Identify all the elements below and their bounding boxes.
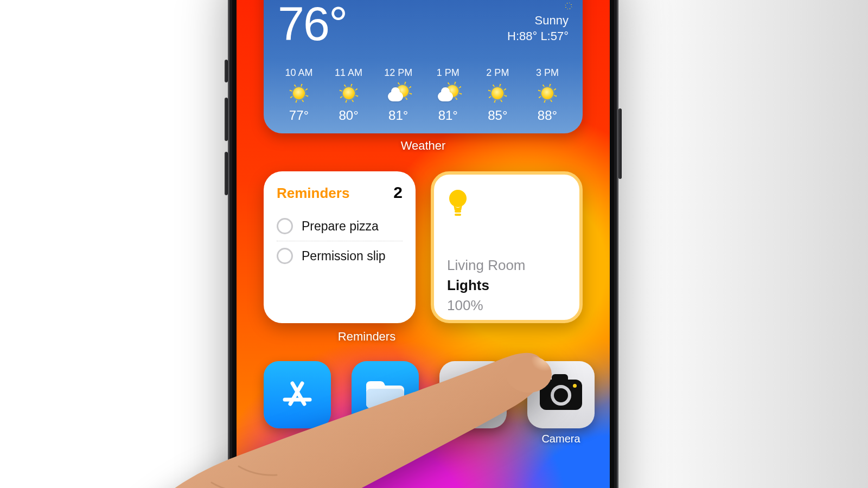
weather-hour-temp: 81° [438, 108, 458, 123]
reminders-widget-label: Reminders [264, 330, 470, 344]
sun-icon [492, 84, 503, 102]
weather-hour-temp: 80° [339, 108, 358, 123]
weather-widget-label: Weather [237, 139, 610, 153]
weather-hour: 12 PM 81° [377, 67, 419, 123]
weather-hour: 2 PM 85° [476, 67, 519, 123]
reminder-item[interactable]: Prepare pizza [277, 211, 403, 241]
reminder-text: Prepare pizza [302, 219, 379, 234]
reminders-widget[interactable]: Reminders 2 Prepare pizza Permission sli… [264, 171, 416, 323]
weather-hourly-row: 10 AM 77° 11 AM 80° 12 PM 81° [278, 60, 569, 123]
volume-up[interactable] [225, 98, 228, 141]
weather-condition-block: Sunny H:88° L:57° [507, 0, 569, 48]
sun-icon [293, 84, 305, 102]
home-room: Living Room [447, 257, 566, 274]
app-files[interactable] [352, 361, 419, 445]
bulb-icon [447, 189, 566, 220]
app-row: Camera [264, 361, 583, 445]
weather-hour-temp: 85° [488, 108, 507, 123]
reminders-title: Reminders [277, 185, 349, 202]
svg-rect-1 [455, 210, 461, 213]
partly-cloudy-icon [438, 84, 458, 102]
camera-icon [527, 361, 595, 428]
weather-hour-time: 12 PM [384, 67, 412, 79]
partly-cloudy-icon [388, 84, 409, 102]
weather-hour: 1 PM 81° [427, 67, 469, 123]
weather-condition: Sunny [535, 14, 569, 27]
home-screen[interactable]: Sonoma 76° Sunny H:88° L:57° 10 AM 77° 1… [237, 0, 610, 488]
svg-rect-7 [366, 389, 404, 408]
settings-icon [439, 361, 507, 428]
weather-hour: 3 PM 88° [526, 67, 569, 123]
sun-icon [343, 84, 355, 102]
reminders-count: 2 [393, 183, 403, 202]
weather-hour-temp: 77° [289, 108, 309, 123]
weather-current-temp: 76° [278, 0, 347, 48]
svg-point-10 [468, 390, 478, 400]
weather-hour-time: 10 AM [285, 67, 312, 79]
volume-down[interactable] [225, 152, 228, 195]
reminder-checkbox[interactable] [277, 218, 293, 234]
weather-hour-time: 1 PM [437, 67, 459, 79]
weather-hour-time: 11 AM [335, 67, 362, 79]
weather-hour: 10 AM 77° [278, 67, 320, 123]
appstore-icon [264, 361, 331, 428]
phone-frame: Sonoma 76° Sunny H:88° L:57° 10 AM 77° 1… [228, 0, 618, 488]
weather-hour-time: 3 PM [536, 67, 559, 79]
reminder-checkbox[interactable] [277, 248, 293, 264]
svg-rect-2 [455, 214, 461, 216]
app-camera[interactable]: Camera [527, 361, 595, 445]
weather-hour-temp: 81° [388, 108, 408, 123]
reminder-item[interactable]: Permission slip [277, 241, 403, 271]
home-widget[interactable]: Living Room Lights 100% [431, 171, 583, 323]
home-device: Lights [447, 277, 566, 294]
weather-widget[interactable]: Sonoma 76° Sunny H:88° L:57° 10 AM 77° 1… [264, 0, 583, 133]
app-appstore[interactable] [264, 361, 331, 445]
svg-point-0 [449, 190, 467, 207]
backdrop-shadow [608, 0, 868, 488]
sun-icon [541, 84, 553, 102]
power-button[interactable] [618, 108, 622, 179]
weather-hour-time: 2 PM [486, 67, 509, 79]
app-label: Camera [541, 433, 580, 445]
weather-high-low: H:88° L:57° [507, 29, 569, 43]
app-settings[interactable] [439, 361, 507, 445]
weather-hour-temp: 88° [538, 108, 557, 123]
weather-hour: 11 AM 80° [328, 67, 370, 123]
mute-switch[interactable] [225, 60, 228, 82]
files-icon [352, 361, 419, 428]
home-percent: 100% [447, 297, 566, 314]
reminder-text: Permission slip [302, 249, 386, 264]
